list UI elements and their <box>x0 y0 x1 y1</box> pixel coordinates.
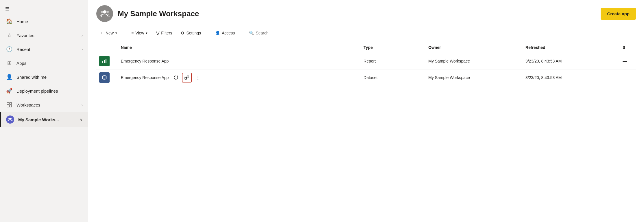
row-type: Dataset <box>361 69 425 86</box>
search-label: Search <box>256 31 268 35</box>
sidebar-item-label: Deployment pipelines <box>16 89 58 93</box>
row-owner: My Sample Workspace <box>425 69 523 86</box>
table-row: Emergency Response App Report My Sample … <box>96 53 636 69</box>
chevron-right-icon: › <box>82 47 83 52</box>
workspace-icon <box>6 102 12 108</box>
sidebar-item-label: Workspaces <box>16 102 40 107</box>
svg-rect-11 <box>104 60 105 63</box>
svg-rect-10 <box>102 61 103 63</box>
toolbar: ＋ New ▾ ≡ View ▾ ⋁ Filters ⚙ Settings 👤 … <box>88 25 644 41</box>
plus-icon: ＋ <box>100 30 104 36</box>
sidebar-item-recent[interactable]: 🕐 Recent › <box>0 42 88 56</box>
row-icon-cell <box>96 53 118 69</box>
svg-rect-15 <box>187 76 189 78</box>
row-refreshed: 3/23/20, 8:43:53 AM <box>523 69 620 86</box>
sidebar-item-label: Home <box>16 19 28 24</box>
hamburger-icon: ☰ <box>5 6 9 11</box>
sidebar-item-label: Favorites <box>16 33 34 38</box>
sidebar-item-label: My Sample Works... <box>18 117 59 122</box>
sidebar-item-workspaces[interactable]: Workspaces › <box>0 98 88 112</box>
sidebar-item-deployment[interactable]: 🚀 Deployment pipelines <box>0 84 88 98</box>
hamburger-button[interactable]: ☰ <box>0 0 88 14</box>
row-refreshed: 3/23/20, 8:43:53 AM <box>523 53 620 69</box>
table-row: Emergency Response App <box>96 69 636 86</box>
svg-point-9 <box>101 11 103 13</box>
create-app-button[interactable]: Create app <box>601 8 636 20</box>
sidebar-item-label: Recent <box>16 47 30 52</box>
workspace-header: My Sample Workspace Create app <box>88 0 644 25</box>
chevron-down-icon: ▾ <box>146 31 147 35</box>
row-status: — <box>620 69 636 86</box>
row-type: Report <box>361 53 425 69</box>
col-header-type: Type <box>361 41 425 53</box>
sidebar-item-my-sample[interactable]: My Sample Works... ∨ <box>0 112 88 127</box>
view-button[interactable]: ≡ View ▾ <box>128 28 151 38</box>
svg-point-5 <box>11 118 12 119</box>
apps-icon: ⊞ <box>6 60 12 66</box>
svg-point-6 <box>8 118 9 119</box>
star-icon: ☆ <box>6 32 12 38</box>
refresh-button[interactable] <box>171 73 181 82</box>
sidebar: ☰ 🏠 Home ☆ Favorites › 🕐 Recent › ⊞ Apps… <box>0 0 88 222</box>
row-name: Emergency Response App <box>118 53 361 69</box>
chevron-down-icon: ∨ <box>80 118 83 122</box>
ellipsis-icon: ⋮ <box>195 75 200 81</box>
svg-rect-12 <box>106 59 106 63</box>
svg-rect-0 <box>7 102 9 104</box>
search-icon: 🔍 <box>249 31 254 35</box>
view-icon: ≡ <box>131 31 134 35</box>
row-owner: My Sample Workspace <box>425 53 523 69</box>
chevron-down-icon: ▾ <box>115 31 117 35</box>
col-header-refreshed: Refreshed <box>523 41 620 53</box>
rocket-icon: 🚀 <box>6 88 12 94</box>
search-button[interactable]: 🔍 Search <box>246 28 272 38</box>
col-header-name: Name <box>118 41 361 53</box>
items-table: Name Type Owner Refreshed S Emergency Re… <box>96 41 636 86</box>
sidebar-item-apps[interactable]: ⊞ Apps <box>0 56 88 70</box>
settings-label: Settings <box>186 31 201 35</box>
svg-point-13 <box>103 76 106 77</box>
toolbar-divider-3 <box>242 30 242 36</box>
row-status: — <box>620 53 636 69</box>
row-actions: ⋮ <box>171 73 203 82</box>
filter-icon: ⋁ <box>156 31 159 35</box>
svg-rect-2 <box>7 105 9 107</box>
sidebar-item-home[interactable]: 🏠 Home <box>0 14 88 28</box>
gear-icon: ⚙ <box>181 31 184 35</box>
person-icon: 👤 <box>6 74 12 80</box>
svg-rect-1 <box>10 102 12 104</box>
sidebar-item-label: Shared with me <box>16 75 47 80</box>
col-header-owner: Owner <box>425 41 523 53</box>
more-options-button[interactable]: ⋮ <box>193 73 203 82</box>
person-icon: 👤 <box>215 31 220 35</box>
clock-icon: 🕐 <box>6 46 12 52</box>
svg-point-7 <box>103 10 106 14</box>
row-icon-cell <box>96 69 118 86</box>
toolbar-divider-2 <box>208 30 208 36</box>
sidebar-item-label: Apps <box>16 61 26 66</box>
filters-label: Filters <box>161 31 172 35</box>
connect-button[interactable] <box>182 73 192 82</box>
access-label: Access <box>222 31 235 35</box>
sidebar-item-favorites[interactable]: ☆ Favorites › <box>0 28 88 42</box>
home-icon: 🏠 <box>6 18 12 25</box>
chevron-right-icon: › <box>82 33 83 38</box>
svg-rect-3 <box>10 105 12 107</box>
workspace-title: My Sample Workspace <box>118 9 596 18</box>
access-button[interactable]: 👤 Access <box>212 28 238 38</box>
new-label: New <box>106 31 114 35</box>
svg-point-8 <box>106 11 109 13</box>
col-header-status: S <box>620 41 636 53</box>
filters-button[interactable]: ⋁ Filters <box>153 28 176 38</box>
new-button[interactable]: ＋ New ▾ <box>96 28 121 38</box>
chevron-right-icon: › <box>82 103 83 107</box>
view-label: View <box>135 31 144 35</box>
sidebar-item-shared[interactable]: 👤 Shared with me <box>0 70 88 84</box>
main-content: My Sample Workspace Create app ＋ New ▾ ≡… <box>88 0 644 222</box>
items-table-container: Name Type Owner Refreshed S Emergency Re… <box>88 41 644 222</box>
svg-point-4 <box>9 118 11 120</box>
toolbar-divider <box>124 30 124 36</box>
workspace-header-avatar <box>96 5 113 22</box>
settings-button[interactable]: ⚙ Settings <box>177 28 204 38</box>
row-name: Emergency Response App <box>118 69 361 86</box>
